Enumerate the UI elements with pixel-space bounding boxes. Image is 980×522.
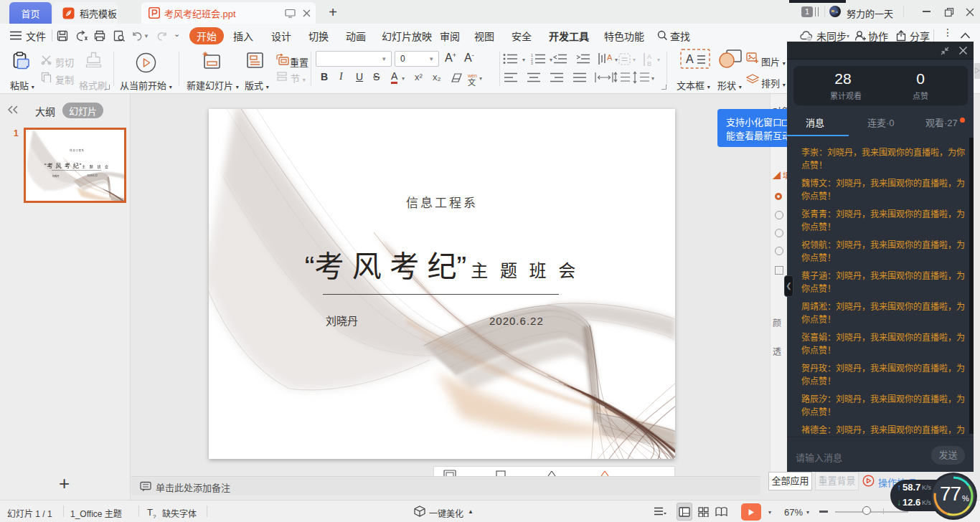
svg-text:A: A bbox=[647, 53, 651, 60]
svg-text:A: A bbox=[686, 53, 694, 65]
svg-text:B: B bbox=[647, 60, 651, 67]
svg-text:3: 3 bbox=[531, 61, 533, 65]
svg-text:A: A bbox=[607, 53, 613, 62]
